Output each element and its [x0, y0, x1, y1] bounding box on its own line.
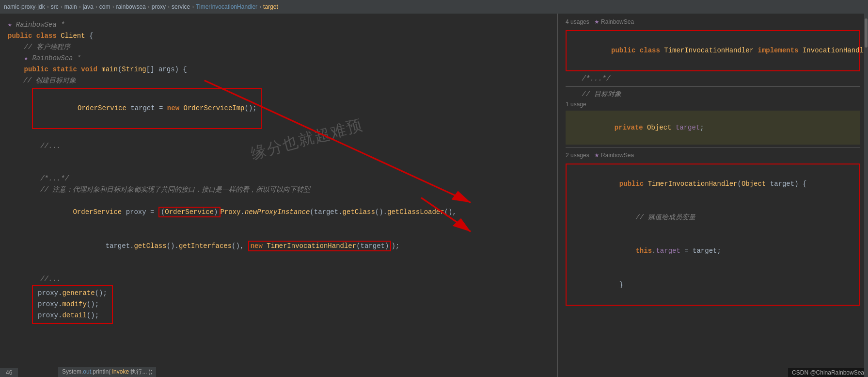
code-line: // 客户端程序 — [8, 42, 550, 53]
usage-hint-1: 1 usage — [566, 100, 860, 111]
code-line: ★ RainbowSea * — [8, 53, 550, 64]
code-line: OrderService proxy = (OrderService)Proxy… — [8, 196, 550, 229]
breadcrumb-sep: › — [95, 3, 97, 10]
boxed-methods: proxy.generate(); proxy.modify(); proxy.… — [32, 285, 113, 324]
csdn-footer: CSDN @ChinaRainbowSea — [788, 368, 868, 377]
code-line: ★ RainbowSea * — [8, 19, 550, 31]
breadcrumb-item[interactable]: src — [51, 3, 59, 10]
bottom-status: System.out.println( invoke 执行... ); — [58, 367, 156, 377]
breadcrumb-sep: › — [61, 3, 63, 10]
code-line: // 注意：代理对象和目标对象都实现了共同的接口，接口是一样的看，所以可以向下转… — [8, 184, 550, 196]
boxed-line-1: OrderService target = new OrderServiceIm… — [8, 88, 550, 129]
breadcrumb-sep: › — [47, 3, 49, 10]
breadcrumb-sep: › — [79, 3, 81, 10]
breadcrumb: namic-proxy-jdk › src › main › java › co… — [0, 0, 868, 14]
code-line: public static void main(String[] args) { — [8, 64, 550, 75]
code-line: target.getClass().getInterfaces(), new T… — [8, 229, 550, 262]
main-layout: 缘分也就超难预 ★ RainbowSea * public class Clie… — [0, 14, 868, 377]
breadcrumb-sep: › — [148, 3, 150, 10]
code-line: proxy.generate(); — [38, 288, 107, 299]
code-line: /*...*/ — [566, 73, 860, 84]
right-code-panel: 4 usages ★ RainbowSea public class Timer… — [558, 14, 868, 377]
code-line: //... — [8, 141, 550, 152]
bottom-line-number: 46 — [0, 368, 18, 377]
usages-top: 4 usages ★ RainbowSea — [566, 17, 860, 28]
usages-2: 2 usages ★ RainbowSea — [566, 151, 860, 162]
code-line — [8, 263, 550, 274]
code-line: } — [570, 268, 855, 302]
separator — [566, 148, 860, 148]
scrollbar[interactable] — [864, 14, 868, 377]
code-line: // 赋值给成员变量 — [570, 201, 855, 234]
code-line: // 目标对象 — [566, 89, 860, 100]
code-line — [8, 163, 550, 173]
code-line: public class TimerInvocationHandler impl… — [570, 34, 855, 67]
breadcrumb-item[interactable]: main — [64, 3, 77, 10]
code-line: public class Client { — [8, 31, 550, 42]
breadcrumb-sep: › — [168, 3, 170, 10]
code-line — [8, 130, 550, 141]
code-line: proxy.modify(); — [38, 299, 107, 310]
right-code-area: 4 usages ★ RainbowSea public class Timer… — [558, 14, 868, 377]
breadcrumb-item[interactable]: namic-proxy-jdk — [4, 3, 45, 10]
breadcrumb-item-highlight[interactable]: target — [263, 3, 278, 10]
code-line — [8, 152, 550, 163]
breadcrumb-item[interactable]: proxy — [152, 3, 166, 10]
breadcrumb-item[interactable]: rainbowsea — [116, 3, 145, 10]
breadcrumb-sep: › — [112, 3, 114, 10]
separator — [566, 86, 860, 87]
code-line: public TimerInvocationHandler(Object tar… — [570, 167, 855, 201]
code-line: //... — [8, 274, 550, 285]
breadcrumb-sep: › — [192, 3, 194, 10]
breadcrumb-item[interactable]: com — [99, 3, 110, 10]
breadcrumb-sep: › — [259, 3, 261, 10]
left-code-area: 缘分也就超难预 ★ RainbowSea * public class Clie… — [0, 14, 557, 328]
breadcrumb-item-active[interactable]: TimerInvocationHandler — [196, 3, 257, 10]
constructor-box: public TimerInvocationHandler(Object tar… — [566, 164, 860, 306]
code-line: this.target = target; — [570, 234, 855, 268]
code-line: private Object target; — [566, 111, 860, 144]
code-line: // 创建目标对象 — [23, 75, 550, 86]
scrollbar-thumb[interactable] — [865, 18, 868, 48]
left-code-panel: 缘分也就超难预 ★ RainbowSea * public class Clie… — [0, 14, 558, 377]
class-declaration-box: public class TimerInvocationHandler impl… — [566, 30, 860, 71]
code-line: proxy.detail(); — [38, 310, 107, 321]
spacer — [566, 308, 860, 366]
breadcrumb-item[interactable]: java — [83, 3, 94, 10]
code-line: /*...*/ — [8, 173, 550, 184]
breadcrumb-item[interactable]: service — [172, 3, 190, 10]
